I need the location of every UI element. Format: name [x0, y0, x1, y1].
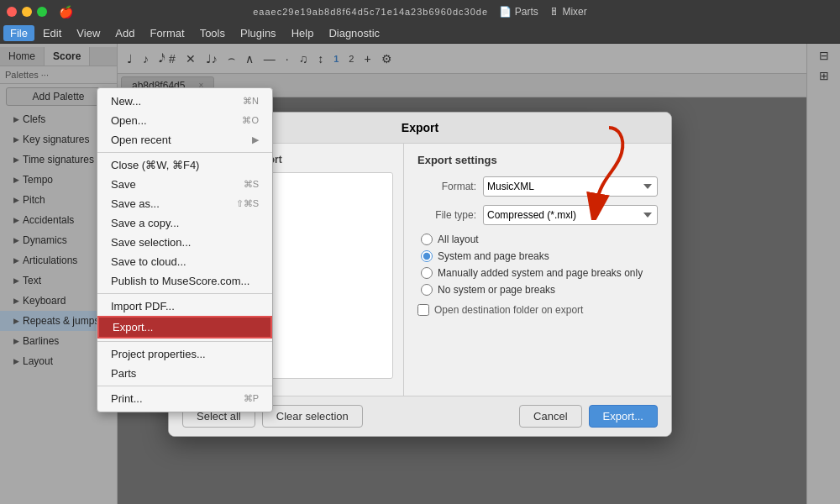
menu-save[interactable]: Save ⌘S	[97, 175, 272, 194]
export-button[interactable]: Export...	[589, 405, 658, 428]
mixer-button[interactable]: 🎚 Mixer	[549, 6, 587, 18]
menu-file[interactable]: File	[3, 25, 34, 41]
format-label: Format:	[417, 181, 476, 192]
radio-manually-added-input[interactable]	[421, 267, 433, 279]
menu-edit[interactable]: Edit	[36, 25, 68, 41]
parts-button[interactable]: 📄 Parts	[499, 6, 538, 18]
radio-manually-added[interactable]: Manually added system and page breaks on…	[421, 267, 658, 279]
menu-save-as[interactable]: Save as... ⇧⌘S	[97, 194, 272, 213]
menu-save-selection[interactable]: Save selection...	[97, 233, 272, 252]
menu-print[interactable]: Print... ⌘P	[97, 389, 272, 408]
file-dropdown-menu: New... ⌘N Open... ⌘O Open recent ▶ Close…	[97, 87, 273, 412]
menu-close[interactable]: Close (⌘W, ⌘F4)	[97, 155, 272, 175]
menu-open[interactable]: Open... ⌘O	[97, 111, 272, 130]
minimize-button[interactable]	[22, 7, 32, 17]
menu-publish[interactable]: Publish to MuseScore.com...	[97, 271, 272, 291]
filetype-row: File type: Compressed (*.mxl)	[417, 205, 658, 225]
radio-all-layout[interactable]: All layout	[421, 234, 658, 245]
menu-add[interactable]: Add	[108, 25, 141, 41]
menu-open-recent[interactable]: Open recent ▶	[97, 130, 272, 150]
separator-1	[97, 152, 272, 153]
menu-new[interactable]: New... ⌘N	[97, 92, 272, 111]
footer-right-buttons: Cancel Export...	[519, 405, 658, 428]
filetype-label: File type:	[417, 209, 476, 221]
menu-diagnostic[interactable]: Diagnostic	[322, 25, 386, 41]
cancel-button[interactable]: Cancel	[519, 405, 581, 428]
title-bar: 🍎 eaaec29e19ab8d8f64d5c71e14a23b6960dc30…	[0, 0, 840, 24]
menu-parts[interactable]: Parts	[97, 364, 272, 383]
clear-selection-button[interactable]: Clear selection	[262, 405, 363, 428]
radio-system-page-breaks[interactable]: System and page breaks	[421, 250, 658, 262]
filetype-select[interactable]: Compressed (*.mxl)	[483, 205, 658, 225]
separator-4	[97, 386, 272, 386]
layout-radio-group: All layout System and page breaks Manual…	[417, 234, 658, 296]
dialog-right-panel: Export settings Format: MusicXML File ty…	[404, 144, 671, 396]
radio-no-breaks[interactable]: No system or page breaks	[421, 284, 658, 296]
radio-all-layout-input[interactable]	[421, 234, 433, 245]
format-select[interactable]: MusicXML	[483, 176, 658, 197]
close-button[interactable]	[7, 7, 17, 17]
radio-no-breaks-input[interactable]	[421, 284, 433, 296]
open-folder-checkbox[interactable]	[417, 304, 429, 316]
menu-project-properties[interactable]: Project properties...	[97, 344, 272, 364]
menu-format[interactable]: Format	[143, 25, 191, 41]
menu-view[interactable]: View	[70, 25, 107, 41]
menu-save-cloud[interactable]: Save to cloud...	[97, 252, 272, 271]
separator-2	[97, 293, 272, 294]
title-bar-center: eaaec29e19ab8d8f64d5c71e14a23b6960dc30de…	[253, 6, 587, 18]
menu-help[interactable]: Help	[285, 25, 321, 41]
app-area: Home Score Palettes ··· Add Palette ▶Cle…	[0, 44, 840, 504]
menu-save-copy[interactable]: Save a copy...	[97, 213, 272, 233]
radio-system-page-breaks-input[interactable]	[421, 250, 433, 262]
menu-import-pdf[interactable]: Import PDF...	[97, 297, 272, 316]
hash-text: eaaec29e19ab8d8f64d5c71e14a23b6960dc30de	[253, 7, 488, 17]
apple-icon: 🍎	[59, 5, 73, 18]
menu-plugins[interactable]: Plugins	[234, 25, 283, 41]
open-folder-checkbox-row[interactable]: Open destination folder on export	[417, 304, 658, 316]
menu-bar: File Edit View Add Format Tools Plugins …	[0, 24, 840, 44]
format-row: Format: MusicXML	[417, 176, 658, 197]
menu-export[interactable]: Export...	[97, 316, 272, 339]
separator-3	[97, 341, 272, 342]
maximize-button[interactable]	[37, 7, 47, 17]
menu-tools[interactable]: Tools	[193, 25, 232, 41]
dialog-right-title: Export settings	[417, 154, 658, 166]
